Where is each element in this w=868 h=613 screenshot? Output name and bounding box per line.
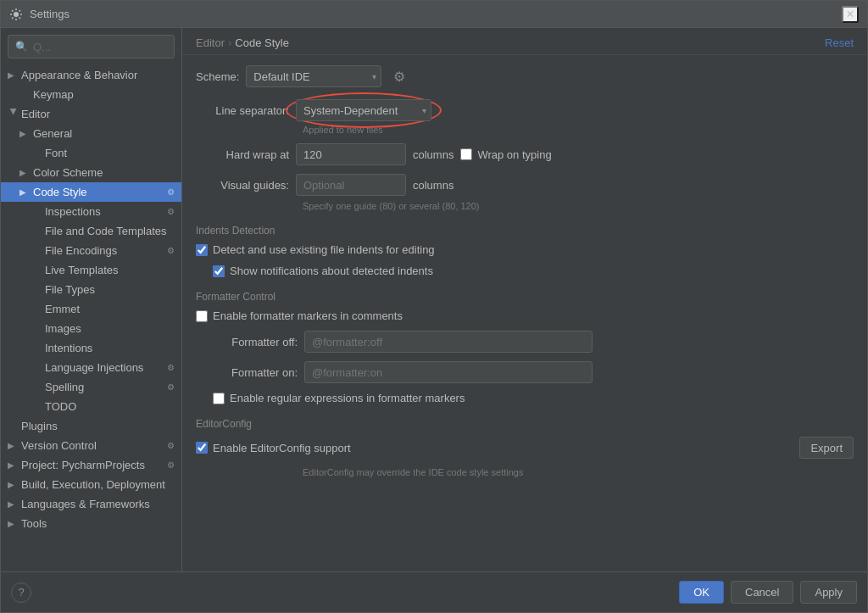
- show-notifications-label[interactable]: Show notifications about detected indent…: [213, 265, 433, 277]
- sidebar-item-plugins[interactable]: Plugins: [1, 416, 181, 436]
- settings-icon-small: ⚙: [167, 441, 175, 450]
- main-content: 🔍 Q... ▶ Appearance & Behavior Keymap ▶ …: [1, 28, 867, 571]
- sidebar-item-spelling[interactable]: Spelling ⚙: [1, 377, 181, 397]
- sidebar-item-label: Build, Execution, Deployment: [21, 478, 175, 491]
- line-separator-dropdown-wrapper: System-Dependent Unix and macOS (\n) Win…: [296, 99, 431, 121]
- wrap-on-typing-text: Wrap on typing: [477, 148, 551, 161]
- sidebar-item-color-scheme[interactable]: ▶ Color Scheme: [1, 163, 181, 182]
- settings-icon-small: ⚙: [167, 207, 175, 216]
- visual-guides-unit: columns: [413, 179, 453, 192]
- enable-regex-label[interactable]: Enable regular expressions in formatter …: [213, 392, 465, 404]
- hard-wrap-input[interactable]: [296, 143, 406, 165]
- arrow-icon: ▶: [19, 168, 31, 177]
- scheme-dropdown[interactable]: Default IDE Project: [246, 65, 381, 87]
- editorconfig-note: EditorConfig may override the IDE code s…: [303, 467, 854, 477]
- hard-wrap-label: Hard wrap at: [196, 148, 289, 161]
- sidebar-item-languages[interactable]: ▶ Languages & Frameworks: [1, 494, 181, 514]
- sidebar-item-general[interactable]: ▶ General: [1, 124, 181, 143]
- sidebar-item-label: Spelling: [45, 381, 164, 393]
- detect-existing-label[interactable]: Detect and use existing file indents for…: [196, 243, 435, 256]
- sidebar-item-project[interactable]: ▶ Project: PycharmProjects ⚙: [1, 455, 181, 475]
- show-notifications-text: Show notifications about detected indent…: [230, 265, 433, 277]
- sidebar-item-keymap[interactable]: Keymap: [1, 85, 181, 104]
- sidebar-item-language-injections[interactable]: Language Injections ⚙: [1, 358, 181, 377]
- ok-button[interactable]: OK: [679, 581, 724, 604]
- sidebar-item-intentions[interactable]: Intentions: [1, 338, 181, 358]
- formatter-on-label: Formatter on:: [213, 366, 298, 379]
- settings-icon-small: ⚙: [167, 246, 175, 255]
- svg-point-0: [14, 12, 19, 17]
- sidebar-item-font[interactable]: Font: [1, 143, 181, 163]
- sidebar-item-todo[interactable]: TODO: [1, 397, 181, 416]
- close-button[interactable]: ×: [842, 6, 859, 23]
- show-notifications-checkbox[interactable]: [213, 265, 225, 277]
- enable-regex-text: Enable regular expressions in formatter …: [230, 392, 465, 404]
- line-separator-dropdown[interactable]: System-Dependent Unix and macOS (\n) Win…: [296, 99, 431, 121]
- sidebar-item-build[interactable]: ▶ Build, Execution, Deployment: [1, 475, 181, 494]
- search-placeholder: Q...: [33, 41, 51, 53]
- sidebar-item-label: Color Scheme: [33, 166, 175, 179]
- sidebar-item-label: Version Control: [21, 439, 164, 452]
- title-bar: Settings ×: [1, 1, 867, 28]
- sidebar-item-label: Live Templates: [45, 264, 175, 276]
- editorconfig-section: EditorConfig Enable EditorConfig support…: [196, 415, 854, 477]
- editorconfig-enable-checkbox[interactable]: [196, 442, 208, 454]
- sidebar-item-emmet[interactable]: Emmet: [1, 299, 181, 319]
- formatter-on-row: Formatter on:: [213, 361, 854, 383]
- wrap-on-typing-label[interactable]: Wrap on typing: [460, 148, 551, 161]
- sidebar-item-label: Languages & Frameworks: [21, 498, 175, 510]
- detect-existing-row: Detect and use existing file indents for…: [196, 243, 854, 256]
- detect-existing-checkbox[interactable]: [196, 244, 208, 256]
- arrow-icon: ▶: [8, 499, 19, 509]
- cancel-button[interactable]: Cancel: [731, 581, 793, 604]
- export-button[interactable]: Export: [799, 437, 854, 459]
- reset-link[interactable]: Reset: [825, 36, 854, 49]
- bottom-right: OK Cancel Apply: [679, 581, 857, 604]
- arrow-icon: ▶: [8, 441, 19, 450]
- scheme-gear-button[interactable]: ⚙: [388, 65, 410, 87]
- sidebar-item-inspections[interactable]: Inspections ⚙: [1, 202, 181, 221]
- formatter-off-input[interactable]: [304, 331, 593, 353]
- settings-window: Settings × 🔍 Q... ▶ Appearance & Behavio…: [0, 0, 868, 613]
- scheme-label: Scheme:: [196, 70, 239, 83]
- sidebar-item-file-encodings[interactable]: File Encodings ⚙: [1, 241, 181, 260]
- formatter-control-section: Formatter Control Enable formatter marke…: [196, 287, 854, 404]
- sidebar: 🔍 Q... ▶ Appearance & Behavior Keymap ▶ …: [1, 28, 182, 571]
- wrap-on-typing-checkbox[interactable]: [460, 148, 472, 160]
- sidebar-item-code-style[interactable]: ▶ Code Style ⚙: [1, 182, 181, 202]
- sidebar-item-label: File Types: [45, 283, 175, 296]
- sidebar-item-label: Appearance & Behavior: [21, 69, 175, 81]
- apply-button[interactable]: Apply: [800, 581, 857, 604]
- window-title: Settings: [30, 8, 842, 20]
- sidebar-item-file-code-templates[interactable]: File and Code Templates: [1, 221, 181, 241]
- enable-markers-row: Enable formatter markers in comments: [196, 309, 854, 322]
- arrow-icon: ▶: [19, 187, 31, 197]
- enable-markers-label[interactable]: Enable formatter markers in comments: [196, 309, 403, 322]
- inner-dropdown-wrapper: System-Dependent Unix and macOS (\n) Win…: [296, 99, 431, 121]
- sidebar-item-file-types[interactable]: File Types: [1, 280, 181, 299]
- sidebar-item-version-control[interactable]: ▶ Version Control ⚙: [1, 436, 181, 455]
- arrow-icon: ▶: [8, 460, 19, 470]
- arrow-icon: ▶: [8, 480, 19, 489]
- scheme-dropdown-wrapper: Default IDE Project ▾: [246, 65, 381, 87]
- sidebar-item-tools[interactable]: ▶ Tools: [1, 514, 181, 533]
- sidebar-item-images[interactable]: Images: [1, 319, 181, 338]
- line-separator-row: Line separator: System-Dependent Unix an…: [196, 99, 854, 121]
- search-box[interactable]: 🔍 Q...: [8, 35, 175, 59]
- hard-wrap-unit: columns: [413, 148, 453, 161]
- enable-markers-checkbox[interactable]: [196, 310, 208, 322]
- sidebar-item-label: Keymap: [33, 88, 175, 101]
- sidebar-item-label: File Encodings: [45, 244, 164, 257]
- formatter-off-row: Formatter off:: [213, 331, 854, 353]
- sidebar-item-live-templates[interactable]: Live Templates: [1, 260, 181, 280]
- formatter-on-input[interactable]: [304, 361, 593, 383]
- visual-guides-input[interactable]: [296, 174, 406, 196]
- visual-guides-hint: Specify one guide (80) or several (80, 1…: [303, 201, 854, 211]
- formatter-off-label: Formatter off:: [213, 336, 298, 348]
- editorconfig-enable-label[interactable]: Enable EditorConfig support: [196, 442, 351, 454]
- help-button[interactable]: ?: [11, 582, 31, 603]
- hard-wrap-row: Hard wrap at columns Wrap on typing: [196, 143, 854, 165]
- sidebar-item-appearance[interactable]: ▶ Appearance & Behavior: [1, 65, 181, 85]
- sidebar-item-editor[interactable]: ▶ Editor: [1, 104, 181, 124]
- enable-regex-checkbox[interactable]: [213, 393, 225, 404]
